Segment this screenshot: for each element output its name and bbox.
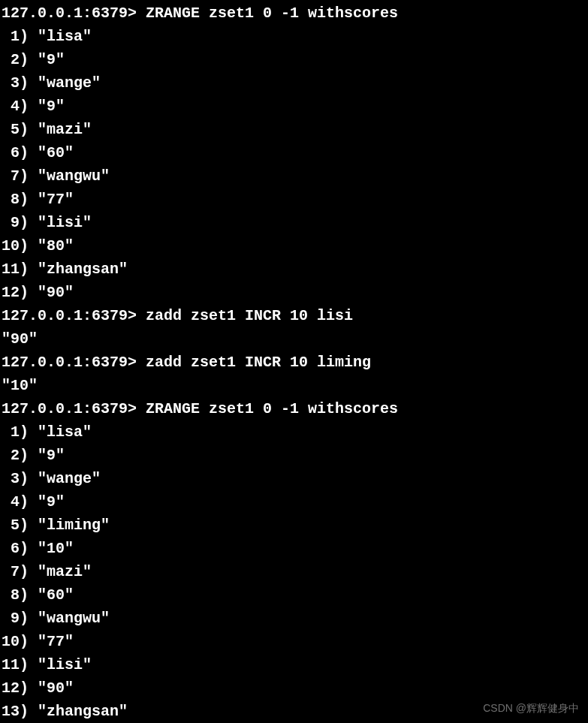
terminal-line: 6) "10" (2, 537, 588, 560)
terminal-output[interactable]: 127.0.0.1:6379> ZRANGE zset1 0 -1 withsc… (2, 2, 588, 723)
terminal-line: 11) "lisi" (2, 653, 588, 676)
terminal-line: 7) "wangwu" (2, 164, 588, 188)
watermark-text: CSDN @辉辉健身中 (483, 700, 579, 717)
terminal-line: 10) "80" (2, 234, 588, 258)
terminal-line: 5) "liming" (2, 514, 588, 537)
terminal-line: 12) "90" (2, 281, 588, 304)
terminal-line: "10" (2, 374, 588, 397)
terminal-line: 127.0.0.1:6379> zadd zset1 INCR 10 limin… (2, 351, 588, 374)
terminal-line: 5) "mazi" (2, 118, 588, 141)
terminal-line: 6) "60" (2, 141, 588, 164)
terminal-line: 10) "77" (2, 630, 588, 653)
terminal-line: 12) "90" (2, 676, 588, 700)
terminal-line: 9) "wangwu" (2, 607, 588, 630)
terminal-line: 1) "lisa" (2, 25, 588, 48)
terminal-line: 11) "zhangsan" (2, 258, 588, 281)
terminal-line: 127.0.0.1:6379> ZRANGE zset1 0 -1 withsc… (2, 2, 588, 25)
terminal-line: 127.0.0.1:6379> zadd zset1 INCR 10 lisi (2, 304, 588, 327)
terminal-line: 2) "9" (2, 48, 588, 71)
terminal-line: 7) "mazi" (2, 560, 588, 583)
terminal-line: 9) "lisi" (2, 211, 588, 234)
terminal-line: 4) "9" (2, 95, 588, 118)
terminal-line: 8) "60" (2, 583, 588, 607)
terminal-line: 8) "77" (2, 188, 588, 211)
terminal-line: 127.0.0.1:6379> ZRANGE zset1 0 -1 withsc… (2, 397, 588, 420)
terminal-line: "90" (2, 327, 588, 351)
terminal-line: 1) "lisa" (2, 420, 588, 444)
terminal-line: 4) "9" (2, 490, 588, 514)
terminal-line: 3) "wange" (2, 71, 588, 95)
terminal-line: 2) "9" (2, 444, 588, 467)
terminal-line: 3) "wange" (2, 467, 588, 490)
